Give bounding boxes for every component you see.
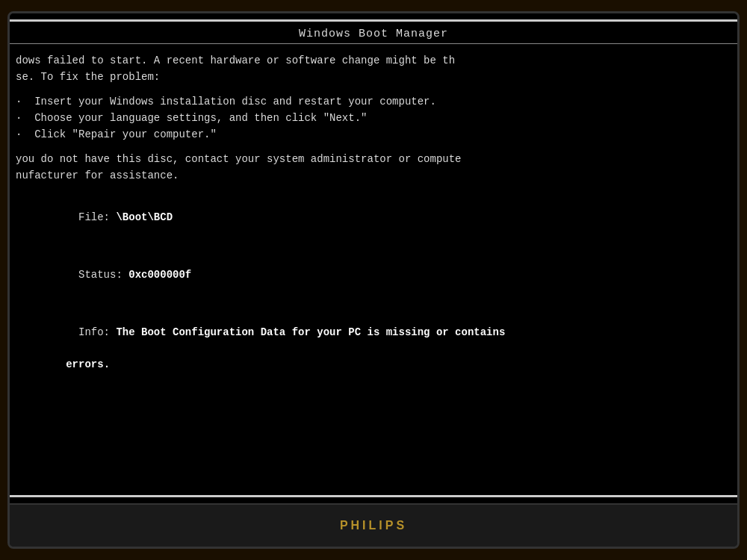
spacer1 <box>16 85 724 94</box>
info-line1: Info: The Boot Configuration Data for yo… <box>16 308 724 357</box>
bullet-item-3: · Click "Repair your computer." <box>16 127 724 143</box>
bottom-border-line <box>10 495 737 497</box>
error-intro-line1: dows failed to start. A recent hardware … <box>16 53 724 69</box>
no-disc-line2: nufacturer for assistance. <box>16 168 724 184</box>
spacer4 <box>16 242 724 251</box>
info-line2: errors. <box>16 357 724 373</box>
spacer3 <box>16 184 724 193</box>
file-value: \Boot\BCD <box>116 211 173 223</box>
screen-bezel: Windows Boot Manager dows failed to star… <box>10 13 737 503</box>
info-value: The Boot Configuration Data for your PC … <box>116 326 505 338</box>
main-text-area: dows failed to start. A recent hardware … <box>10 44 737 495</box>
file-label: File: <box>78 211 110 223</box>
title-text: Windows Boot Manager <box>299 28 448 40</box>
status-value: 0xc000000f <box>128 269 191 281</box>
status-info: Status: 0xc000000f <box>16 251 724 299</box>
spacer2 <box>16 143 724 152</box>
file-info: File: \Boot\BCD <box>16 193 724 242</box>
screen-content: Windows Boot Manager dows failed to star… <box>10 22 737 495</box>
monitor: Windows Boot Manager dows failed to star… <box>7 11 740 549</box>
spacer5 <box>16 299 724 308</box>
title-bar: Windows Boot Manager <box>10 22 737 44</box>
monitor-bottom-bar: PHILIPS <box>10 503 737 547</box>
info-label: Info: <box>78 326 110 338</box>
bullet-item-2: · Choose your language settings, and the… <box>16 111 724 127</box>
error-intro-line2: se. To fix the problem: <box>16 69 724 86</box>
brand-label: PHILIPS <box>340 519 407 532</box>
bullet-item-1: · Insert your Windows installation disc … <box>16 94 724 111</box>
no-disc-line1: you do not have this disc, contact your … <box>16 152 724 168</box>
status-label: Status: <box>78 269 123 281</box>
